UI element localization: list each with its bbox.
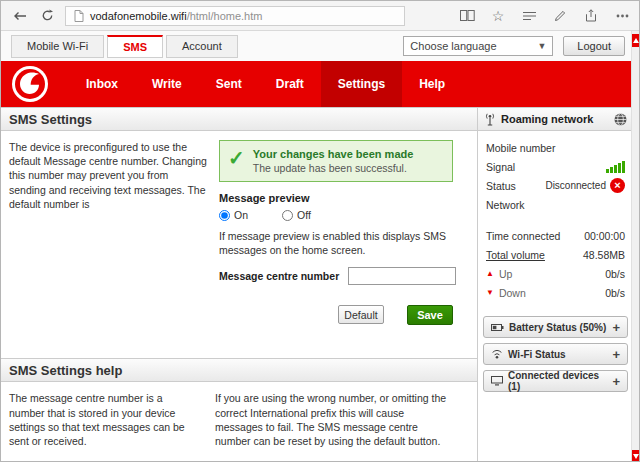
nav-settings[interactable]: Settings xyxy=(321,61,402,107)
network-status-list: Mobile number Signal Status Disconnected… xyxy=(478,131,633,302)
web-note-icon[interactable] xyxy=(551,7,569,25)
url-host: vodafonemobile.wifi xyxy=(90,10,187,22)
upload-arrow-icon: ▲ xyxy=(486,269,494,278)
nav-sent[interactable]: Sent xyxy=(199,61,259,107)
time-connected-label: Time connected xyxy=(486,230,560,242)
download-label: Down xyxy=(499,287,526,299)
signal-label: Signal xyxy=(486,161,515,173)
network-label: Network xyxy=(486,199,525,211)
network-row: Network xyxy=(486,195,625,214)
refresh-icon[interactable] xyxy=(38,7,56,25)
nav-draft[interactable]: Draft xyxy=(259,61,321,107)
upload-rate-row: ▲ Up 0b/s xyxy=(486,264,625,283)
settings-form: ✓ Your changes have been made The update… xyxy=(219,140,453,325)
disconnected-x-icon: × xyxy=(610,178,625,193)
vodafone-logo[interactable] xyxy=(11,65,49,103)
settings-intro-text: The device is preconfigured to use the d… xyxy=(9,140,207,325)
roaming-network-header: Roaming network xyxy=(478,107,633,131)
expand-plus-icon: + xyxy=(612,347,620,362)
page-icon xyxy=(73,7,84,25)
wifi-icon xyxy=(491,349,503,359)
mobile-number-row: Mobile number xyxy=(486,138,625,157)
globe-icon[interactable] xyxy=(614,113,627,126)
nav-inbox[interactable]: Inbox xyxy=(69,61,135,107)
nav-help[interactable]: Help xyxy=(402,61,462,107)
expand-plus-icon: + xyxy=(612,320,620,335)
sms-settings-help-header: SMS Settings help xyxy=(1,358,477,382)
language-dropdown[interactable]: Choose language ▼ xyxy=(403,36,553,56)
logout-button[interactable]: Logout xyxy=(563,36,625,56)
success-text-block: Your changes have been made The update h… xyxy=(253,148,414,174)
chevron-down-icon: ▼ xyxy=(537,41,546,51)
tab-sms[interactable]: SMS xyxy=(107,35,163,58)
upload-value: 0b/s xyxy=(605,268,625,280)
browser-toolbar: vodafonemobile.wifi/html/home.htm ☆ xyxy=(1,1,640,31)
tab-mobile-wifi[interactable]: Mobile Wi-Fi xyxy=(11,35,104,58)
total-volume-row: Total volume 48.58MB xyxy=(486,245,625,264)
status-sidebar: Roaming network Mobile number Signal Sta… xyxy=(478,107,633,462)
sms-settings-header: SMS Settings xyxy=(1,107,477,131)
vertical-scrollbar[interactable] xyxy=(631,31,639,462)
download-arrow-icon: ▼ xyxy=(486,288,494,297)
tab-label: SMS xyxy=(123,41,147,53)
page-tab-bar: Mobile Wi-Fi SMS Account Choose language… xyxy=(1,31,640,61)
main-panel: SMS Settings The device is preconfigured… xyxy=(1,107,478,462)
back-icon[interactable] xyxy=(11,7,29,25)
help-column-2: If you are using the wrong number, or om… xyxy=(215,391,450,448)
status-label: Status xyxy=(486,180,516,192)
hub-icon[interactable] xyxy=(520,7,538,25)
more-icon[interactable] xyxy=(613,7,631,25)
header-controls: Choose language ▼ Logout xyxy=(403,36,640,56)
radio-on-label: On xyxy=(234,209,248,221)
signal-bars-icon xyxy=(606,161,625,173)
status-value: Disconnected xyxy=(545,180,606,191)
message-preview-off-radio[interactable] xyxy=(282,210,293,221)
default-button[interactable]: Default xyxy=(338,305,384,324)
success-title: Your changes have been made xyxy=(253,148,414,160)
success-subtitle: The update has been successful. xyxy=(253,162,414,174)
share-icon[interactable] xyxy=(582,7,600,25)
battery-icon xyxy=(491,323,504,332)
scroll-up-button[interactable] xyxy=(632,34,640,47)
centre-number-row: Message centre number xyxy=(219,267,453,285)
nav-write[interactable]: Write xyxy=(135,61,199,107)
connected-devices-accordion[interactable]: Connected devices (1) + xyxy=(483,370,628,392)
battery-status-accordion[interactable]: Battery Status (50%) + xyxy=(483,316,628,338)
url-path: /html/home.htm xyxy=(187,10,263,22)
sms-settings-help-section: The message centre number is a number th… xyxy=(1,382,477,457)
centre-number-input[interactable] xyxy=(348,267,456,285)
url-text: vodafonemobile.wifi/html/home.htm xyxy=(90,10,262,22)
wifi-status-accordion[interactable]: Wi-Fi Status + xyxy=(483,343,628,365)
tab-account[interactable]: Account xyxy=(166,35,238,58)
save-button[interactable]: Save xyxy=(407,305,453,325)
devices-icon xyxy=(491,376,503,386)
main-nav-bar: Inbox Write Sent Draft Settings Help xyxy=(1,61,633,107)
sidebar-accordions: Battery Status (50%) + Wi-Fi Status + Co… xyxy=(478,316,633,392)
radio-on-option[interactable]: On xyxy=(219,209,248,221)
radio-off-label: Off xyxy=(297,209,311,221)
address-bar[interactable]: vodafonemobile.wifi/html/home.htm xyxy=(65,6,405,26)
language-dropdown-value: Choose language xyxy=(410,40,496,52)
form-buttons: Default Save xyxy=(219,305,453,325)
expand-plus-icon: + xyxy=(612,374,620,389)
total-volume-value: 48.58MB xyxy=(583,249,625,261)
help-column-1: The message centre number is a number th… xyxy=(9,391,199,448)
message-preview-label: Message preview xyxy=(219,192,453,204)
accordion-label: Connected devices (1) xyxy=(508,370,607,392)
reading-view-icon[interactable] xyxy=(458,7,476,25)
status-row: Status Disconnected × xyxy=(486,176,625,195)
browser-window: vodafonemobile.wifi/html/home.htm ☆ Mobi… xyxy=(0,0,640,462)
tab-label: Account xyxy=(182,40,222,52)
favorites-star-icon[interactable]: ☆ xyxy=(489,7,507,25)
scroll-down-arrow-icon xyxy=(633,454,639,459)
antenna-icon xyxy=(484,113,496,126)
total-volume-link[interactable]: Total volume xyxy=(486,249,545,261)
message-preview-radios: On Off xyxy=(219,209,453,221)
scroll-down-button[interactable] xyxy=(632,450,640,462)
radio-off-option[interactable]: Off xyxy=(282,209,311,221)
sidebar-title: Roaming network xyxy=(501,113,593,125)
message-preview-on-radio[interactable] xyxy=(219,210,230,221)
check-icon: ✓ xyxy=(228,148,245,174)
accordion-label: Battery Status (50%) xyxy=(509,322,606,333)
time-connected-value: 00:00:00 xyxy=(584,230,625,242)
